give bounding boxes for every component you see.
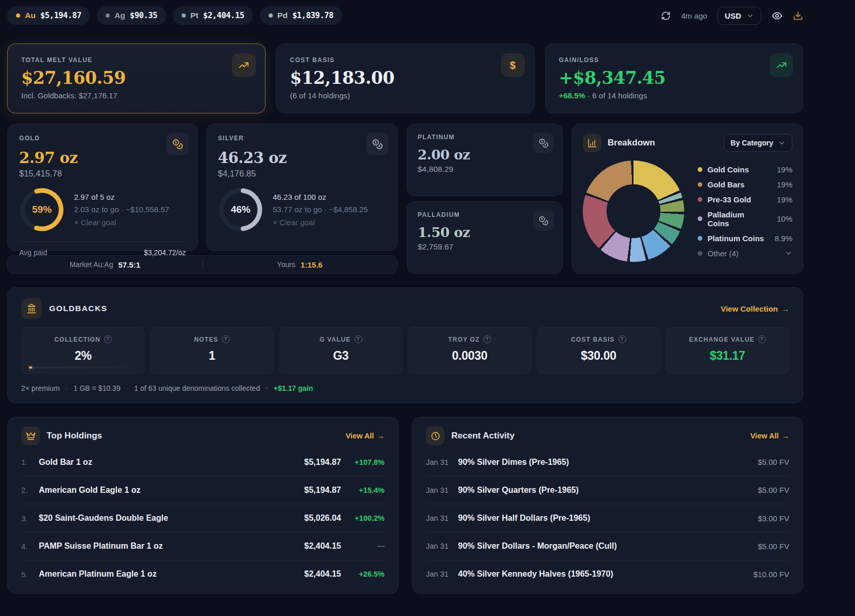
metal-label: GOLD [19, 135, 186, 142]
ticker-chip[interactable]: Ag $90.35 [97, 6, 166, 25]
help-icon[interactable]: ? [483, 335, 491, 343]
ticker-chip[interactable]: Au $5,194.87 [7, 6, 90, 25]
market-ratio-value: 57.5:1 [119, 260, 141, 269]
clear-goal-button[interactable]: × Clear goal [74, 218, 169, 227]
stat-label: COLLECTION [54, 336, 100, 343]
g-value-stat-tile: G VALUE? G3 [279, 327, 403, 374]
coins-icon[interactable] [533, 210, 554, 231]
activity-row[interactable]: Jan 31 90% Silver Dimes (Pre-1965) $5.00… [426, 448, 789, 476]
activity-row[interactable]: Jan 31 90% Silver Dollars - Morgan/Peace… [426, 532, 789, 560]
activity-date: Jan 31 [426, 542, 458, 550]
g-value: G3 [285, 349, 397, 363]
view-all-activity-link[interactable]: View All → [750, 432, 789, 440]
holding-row[interactable]: 5. American Platinum Eagle 1 oz $2,404.1… [21, 560, 385, 588]
holding-change: — [341, 542, 385, 550]
coins-icon[interactable] [166, 133, 189, 155]
breakdown-filter-select[interactable]: By Category [724, 134, 792, 152]
exchange-value: $31.17 [671, 349, 784, 363]
eye-icon[interactable] [772, 10, 783, 21]
footer-segment: +$1.17 gain [260, 384, 313, 392]
holding-name: Gold Bar 1 oz [39, 458, 304, 467]
holding-row[interactable]: 4. PAMP Suisse Platinum Bar 1 oz $2,404.… [21, 532, 385, 560]
topbar: Au $5,194.87 Ag $90.35 Pt $2,404.15 [7, 5, 803, 26]
legend-item[interactable]: Other (4) [698, 249, 792, 258]
footer-segment: 2× premium [21, 384, 60, 392]
activity-date: Jan 31 [426, 486, 458, 494]
breakdown-donut-chart[interactable] [583, 160, 684, 262]
holding-name: American Gold Eagle 1 oz [39, 486, 304, 495]
holding-row[interactable]: 1. Gold Bar 1 oz $5,194.87 +107.8% [21, 448, 385, 476]
arrow-right-icon: → [782, 432, 790, 440]
total-melt-value: $27,160.59 [21, 68, 252, 88]
view-collection-label: View Collection [720, 304, 778, 313]
chevron-down-icon[interactable] [785, 250, 792, 257]
avg-paid-label: Avg paid [19, 248, 47, 257]
coins-icon[interactable] [533, 133, 554, 153]
activity-row[interactable]: Jan 31 40% Silver Kennedy Halves (1965-1… [426, 560, 789, 588]
legend-item[interactable]: Pre-33 Gold 19% [698, 195, 792, 204]
help-icon[interactable]: ? [758, 335, 766, 343]
metal-dot-icon [16, 13, 20, 18]
holding-rank: 3. [21, 514, 39, 523]
view-collection-link[interactable]: View Collection → [720, 304, 789, 313]
gold-silver-group: GOLD 2.97 oz $15,415.78 59% [7, 124, 397, 274]
legend-percent: 8.9% [775, 234, 792, 243]
gain-loss-card[interactable]: GAIN/LOSS +$8,347.45 +68.5% · 6 of 14 ho… [545, 43, 803, 113]
legend-item[interactable]: Palladium Coins 10% [698, 210, 792, 228]
collection-value: 2% [27, 349, 139, 363]
gb-cost-basis-value: $30.00 [542, 349, 655, 363]
download-icon[interactable] [793, 10, 803, 21]
help-icon[interactable]: ? [618, 335, 626, 343]
legend-item[interactable]: Gold Bars 19% [698, 180, 792, 189]
recent-activity-card: Recent Activity View All → Jan 31 90% Si… [412, 417, 803, 594]
silver-progress-ring: 46% [218, 187, 263, 232]
activity-row[interactable]: Jan 31 90% Silver Quarters (Pre-1965) $5… [426, 476, 789, 504]
cost-basis-card[interactable]: COST BASIS $12,183.00 (6 of 14 holdings)… [276, 43, 534, 113]
stat-label: G VALUE [319, 336, 350, 343]
activity-name: 90% Silver Quarters (Pre-1965) [458, 486, 758, 495]
activity-name: 90% Silver Half Dollars (Pre-1965) [458, 514, 758, 523]
top-holdings-card: Top Holdings View All → 1. Gold Bar 1 oz… [7, 417, 399, 594]
help-icon[interactable]: ? [355, 335, 362, 343]
legend-percent: 19% [777, 195, 792, 204]
legend-item[interactable]: Gold Coins 19% [698, 165, 792, 174]
refresh-icon[interactable] [661, 11, 671, 21]
holding-row[interactable]: 3. $20 Saint-Gaudens Double Eagle $5,026… [21, 504, 385, 532]
currency-select[interactable]: USD [717, 7, 761, 25]
total-melt-value-card[interactable]: TOTAL MELT VALUE $27,160.59 Incl. Goldba… [7, 43, 266, 113]
troy-oz-stat-tile: TROY OZ? 0.0030 [408, 327, 532, 374]
legend-dot-icon [698, 167, 702, 172]
holding-row[interactable]: 2. American Gold Eagle 1 oz $5,194.87 +1… [21, 476, 385, 504]
holding-name: American Platinum Eagle 1 oz [39, 569, 304, 579]
platinum-card[interactable]: PLATINUM 2.00 oz $4,808.29 [407, 124, 563, 196]
market-ratio-label: Market Au:Ag [69, 260, 113, 269]
goldbacks-footer: 2× premium 1 GB = $10.39 1 of 63 unique … [21, 384, 789, 392]
silver-card[interactable]: SILVER 46.23 oz $4,176.85 46% [206, 124, 397, 251]
goal-progress-text: 46.23 of 100 oz [273, 193, 368, 201]
holding-change: +100.2% [341, 514, 385, 522]
card-label: COST BASIS [290, 56, 520, 64]
clear-goal-button[interactable]: × Clear goal [273, 218, 368, 227]
ticker-chip[interactable]: Pd $1,839.78 [260, 6, 342, 25]
coins-icon[interactable] [366, 133, 389, 155]
activity-row[interactable]: Jan 31 90% Silver Half Dollars (Pre-1965… [426, 504, 789, 532]
your-ratio-label: Yours [277, 260, 295, 269]
card-label: TOTAL MELT VALUE [21, 56, 252, 64]
ticker-chip[interactable]: Pt $2,404.15 [173, 6, 253, 25]
activity-value: $10.00 FV [754, 570, 789, 579]
view-all-holdings-link[interactable]: View All → [346, 432, 385, 440]
metal-label: SILVER [218, 135, 386, 142]
ticker-price: $90.35 [130, 11, 157, 20]
arrow-right-icon: → [782, 304, 789, 313]
dollar-icon: $ [501, 53, 525, 77]
your-ratio: Yours 1:15.6 [203, 260, 397, 269]
gold-progress-pct: 59% [19, 187, 65, 232]
legend-item[interactable]: Platinum Coins 8.9% [698, 234, 792, 243]
gold-progress-ring: 59% [19, 187, 65, 232]
currency-value: USD [725, 11, 741, 20]
help-icon[interactable]: ? [222, 335, 230, 343]
gold-card[interactable]: GOLD 2.97 oz $15,415.78 59% [7, 124, 198, 251]
metal-label: PALLADIUM [418, 211, 552, 218]
help-icon[interactable]: ? [104, 335, 112, 343]
palladium-card[interactable]: PALLADIUM 1.50 oz $2,759.67 [407, 201, 563, 274]
